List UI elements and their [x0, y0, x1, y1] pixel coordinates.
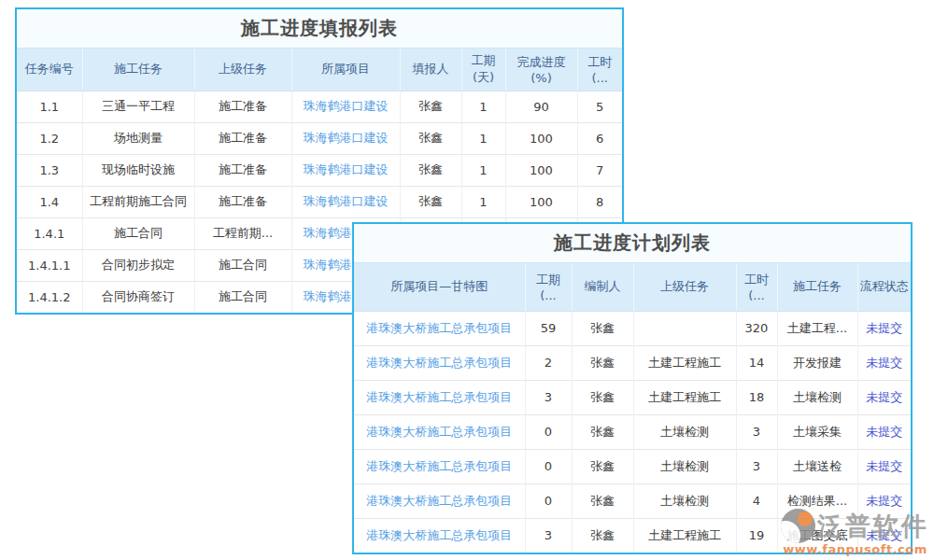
cell: 土壤检测: [777, 380, 857, 414]
cell: 100: [505, 186, 577, 217]
header-row: 所属项目—甘特图工期 (...编制人上级任务工时 (...施工任务流程状态: [354, 263, 911, 311]
cell: 施工合同: [194, 249, 291, 281]
cell: 土壤检测: [633, 483, 736, 518]
cell: 开发报建: [777, 345, 857, 380]
status-link[interactable]: 未提交: [857, 483, 911, 518]
cell: 工程前期...: [194, 217, 291, 249]
cell: 320: [736, 311, 777, 345]
status-link[interactable]: 未提交: [857, 345, 911, 380]
status-link[interactable]: 未提交: [857, 449, 911, 483]
project-link[interactable]: 珠海鹤港口建设: [291, 186, 400, 217]
cell: 土壤检测: [633, 414, 736, 449]
cell: 施工合同: [82, 217, 194, 249]
column-header: 上级任务: [194, 49, 291, 91]
cell: 张鑫: [572, 518, 633, 553]
column-header: 填报人: [400, 49, 461, 91]
cell: 1: [461, 154, 505, 186]
cell: 59: [525, 311, 572, 345]
status-link[interactable]: 未提交: [857, 414, 911, 449]
cell: 1.2: [17, 122, 82, 154]
cell: 张鑫: [400, 122, 461, 154]
column-header: 工期 (...: [525, 263, 572, 311]
cell: 张鑫: [572, 414, 633, 449]
project-link[interactable]: 港珠澳大桥施工总承包项目: [354, 380, 525, 414]
table-row: 港珠澳大桥施工总承包项目0张鑫土壤检测3土壤送检未提交: [354, 449, 911, 483]
header-row: 任务编号施工任务上级任务所属项目填报人工期 (天)完成进度 (%)工时 (...: [17, 49, 622, 91]
project-link[interactable]: 港珠澳大桥施工总承包项目: [354, 345, 525, 380]
column-header: 工期 (天): [461, 49, 505, 91]
project-link[interactable]: 港珠澳大桥施工总承包项目: [354, 518, 525, 553]
table-row: 1.1三通一平工程施工准备珠海鹤港口建设张鑫1905: [17, 91, 622, 122]
column-header: 施工任务: [777, 263, 857, 311]
project-link[interactable]: 港珠澳大桥施工总承包项目: [354, 414, 525, 449]
cell: 1.4: [17, 186, 82, 217]
table-row: 港珠澳大桥施工总承包项目0张鑫土壤检测3土壤采集未提交: [354, 414, 911, 449]
status-link[interactable]: 未提交: [857, 311, 911, 345]
cell: 土壤检测: [633, 449, 736, 483]
column-header: 施工任务: [82, 49, 194, 91]
cell: 张鑫: [572, 345, 633, 380]
project-link[interactable]: 珠海鹤港口建设: [291, 91, 400, 122]
project-link[interactable]: 港珠澳大桥施工总承包项目: [354, 311, 525, 345]
cell: 张鑫: [400, 154, 461, 186]
cell: 1: [461, 122, 505, 154]
cell: 施工准备: [194, 122, 291, 154]
plan-list-panel: 施工进度计划列表 所属项目—甘特图工期 (...编制人上级任务工时 (...施工…: [352, 222, 913, 554]
table-row: 1.3现场临时设施施工准备珠海鹤港口建设张鑫11007: [17, 154, 622, 186]
cell: 张鑫: [572, 483, 633, 518]
cell: 土建工程施工: [633, 380, 736, 414]
status-link[interactable]: 未提交: [857, 518, 911, 553]
cell: 1.4.1.1: [17, 249, 82, 281]
cell: 土建工程施工: [633, 518, 736, 553]
cell: 1.4.1: [17, 217, 82, 249]
cell: 5: [577, 91, 622, 122]
table-row: 港珠澳大桥施工总承包项目0张鑫土壤检测4检测结果...未提交: [354, 483, 911, 518]
cell: 0: [525, 414, 572, 449]
column-header: 完成进度 (%): [505, 49, 577, 91]
project-link[interactable]: 珠海鹤港口建设: [291, 154, 400, 186]
cell: 场地测量: [82, 122, 194, 154]
cell: 1.3: [17, 154, 82, 186]
cell: 施工准备: [194, 91, 291, 122]
cell: 张鑫: [400, 91, 461, 122]
table-row: 港珠澳大桥施工总承包项目3张鑫土建工程施工18土壤检测未提交: [354, 380, 911, 414]
cell: 张鑫: [572, 449, 633, 483]
table-row: 港珠澳大桥施工总承包项目2张鑫土建工程施工14开发报建未提交: [354, 345, 911, 380]
table-row: 1.2场地测量施工准备珠海鹤港口建设张鑫11006: [17, 122, 622, 154]
cell: 3: [525, 518, 572, 553]
table-row: 1.4工程前期施工合同施工准备珠海鹤港口建设张鑫11008: [17, 186, 622, 217]
cell: 7: [577, 154, 622, 186]
table-row: 港珠澳大桥施工总承包项目59张鑫320土建工程...未提交: [354, 311, 911, 345]
cell: 张鑫: [572, 311, 633, 345]
column-header: 编制人: [572, 263, 633, 311]
cell: 施工准备: [194, 186, 291, 217]
cell: 现场临时设施: [82, 154, 194, 186]
cell: 1.1: [17, 91, 82, 122]
project-link[interactable]: 珠海鹤港口建设: [291, 122, 400, 154]
cell: 100: [505, 154, 577, 186]
project-link[interactable]: 港珠澳大桥施工总承包项目: [354, 449, 525, 483]
cell: 施工准备: [194, 154, 291, 186]
cell: 施工合同: [194, 281, 291, 313]
table-row: 港珠澳大桥施工总承包项目3张鑫土建工程施工19施工图交底未提交: [354, 518, 911, 553]
cell: 8: [577, 186, 622, 217]
cell: 90: [505, 91, 577, 122]
cell: 3: [736, 414, 777, 449]
cell: 3: [525, 380, 572, 414]
cell: 18: [736, 380, 777, 414]
plan-table: 所属项目—甘特图工期 (...编制人上级任务工时 (...施工任务流程状态港珠澳…: [354, 263, 911, 553]
fill-report-list-title: 施工进度填报列表: [17, 9, 622, 49]
status-link[interactable]: 未提交: [857, 380, 911, 414]
cell: 1.4.1.2: [17, 281, 82, 313]
cell: 检测结果...: [777, 483, 857, 518]
project-link[interactable]: 港珠澳大桥施工总承包项目: [354, 483, 525, 518]
cell: 张鑫: [400, 186, 461, 217]
cell: 三通一平工程: [82, 91, 194, 122]
cell: 100: [505, 122, 577, 154]
cell: 土壤采集: [777, 414, 857, 449]
cell: 张鑫: [572, 380, 633, 414]
column-header: 工时 (...: [577, 49, 622, 91]
cell: 合同初步拟定: [82, 249, 194, 281]
cell: 1: [461, 91, 505, 122]
column-header: 所属项目: [291, 49, 400, 91]
